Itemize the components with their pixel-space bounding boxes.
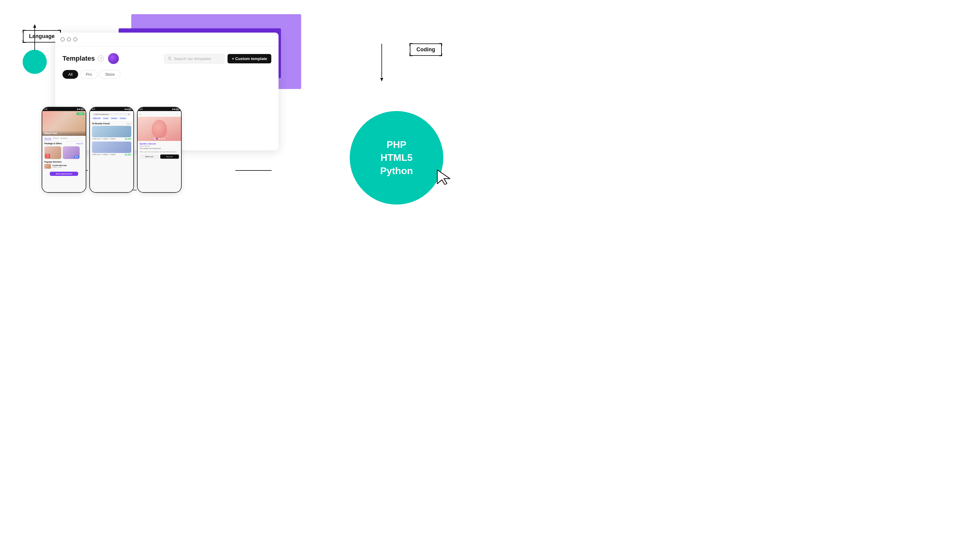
svg-marker-2	[33, 24, 36, 28]
phone-spa-package-title: Package & Offers	[44, 142, 62, 145]
phone-prod-image	[138, 117, 181, 141]
phone-spa-screen: OPEN Nature Spa Services Photos Reviews …	[42, 111, 86, 193]
help-icon[interactable]: ?	[98, 55, 104, 61]
phone-spa-service-meta: 60 Min · $155	[52, 166, 67, 168]
phone-re-results-count: 32 Results Found Sort ⇅	[90, 121, 134, 126]
phone-re-listing-1[interactable]: 1,200 sq ft · 4 Beds · 2 Bath $4,999	[90, 126, 134, 140]
phone-re-filter-bar[interactable]: 2 BHK Residential ✕	[92, 113, 131, 116]
custom-template-button[interactable]: + Custom template	[228, 54, 271, 63]
phone-re-status: 9:41	[90, 107, 134, 111]
phone-prod-status: 9:41	[138, 107, 181, 111]
phone-prod-desc1: Only health and nothing else.	[140, 148, 179, 150]
phone-prod-dot-1	[154, 138, 156, 139]
browser-dot-3	[73, 38, 77, 41]
phone-spa-tabs: Services Photos Reviews	[42, 136, 86, 141]
filter-tab-pro[interactable]: Pro	[80, 70, 97, 79]
phone-re-battery	[128, 109, 131, 110]
phone-prod-dot-3	[159, 138, 160, 139]
templates-title: Templates	[63, 55, 95, 63]
code-text-python: Python	[380, 164, 413, 178]
filter-tab-store[interactable]: Store	[99, 70, 120, 79]
browser-dot-2	[67, 38, 71, 41]
templates-header: Templates ? Search our templates + Custo…	[63, 53, 271, 64]
phone-re-chip-1[interactable]: Luxury	[102, 117, 109, 120]
phone-prod-signal	[172, 109, 173, 110]
code-text-php: PHP	[387, 138, 406, 151]
phone-re-filter-area: 2 BHK Residential ✕ Within 2mi Luxury Sc…	[90, 111, 134, 121]
phone-prod-topbar: ‹ ♡	[138, 111, 181, 117]
language-label-text: Language	[29, 33, 55, 39]
phone-spa-battery	[80, 109, 83, 110]
phone-prod-favorite[interactable]: ♡	[176, 113, 179, 116]
phone-re-icons	[125, 109, 131, 110]
svg-line-10	[171, 60, 172, 60]
phone-spa-discount-1: 25%off	[45, 154, 50, 158]
phone-prod-dot-2	[156, 138, 158, 139]
phone-prod-add-cart-button[interactable]: Add to cart	[140, 154, 159, 159]
phone-spa-open-badge: OPEN	[77, 113, 84, 115]
phone-prod-carousel-dots	[154, 138, 165, 139]
phone-spa-tab-services[interactable]: Services	[44, 137, 51, 140]
phone-prod-icons	[172, 109, 179, 110]
phone-prod-wifi	[174, 109, 175, 110]
phone-spa-title-overlay: Nature Spa	[42, 131, 86, 136]
phone-re-filter-value: 2 BHK Residential	[94, 113, 108, 115]
phone-prod-back[interactable]: ‹	[140, 113, 141, 116]
phone-re-chip-3[interactable]: Security	[119, 117, 127, 120]
search-placeholder-text: Search our templates	[174, 57, 211, 61]
phone-spa-view-all[interactable]: View all ›	[76, 143, 83, 145]
filter-tab-all[interactable]: All	[63, 70, 78, 79]
phone-spa-signal	[77, 109, 78, 110]
phone-re-chip-2[interactable]: Schools	[110, 117, 118, 120]
phone-spa-cards: 25%off 30%	[42, 146, 86, 160]
search-box[interactable]: Search our templates	[164, 54, 225, 63]
phone-product: 9:41 ‹ ♡	[137, 107, 182, 193]
phone-spa-hero-image: OPEN Nature Spa	[42, 111, 86, 136]
help-icon-text: ?	[100, 57, 102, 60]
phone-prod-sub: New Launch	[140, 145, 179, 147]
phone-spa-book-button[interactable]: Book Appointment	[50, 172, 78, 176]
phone-prod-info: Earth's Secret New Launch Only health an…	[138, 141, 181, 160]
cursor-arrow-icon	[436, 169, 451, 185]
phone-spa-service-info: Candle Massage 60 Min · $155	[52, 164, 67, 168]
phone-prod-actions: Add to cart Buy now	[140, 154, 179, 159]
phone-re-wifi	[126, 109, 127, 110]
phone-spa-tab-reviews[interactable]: Reviews	[61, 137, 68, 140]
browser-toolbar	[55, 33, 278, 46]
phone-re-signal	[125, 109, 126, 110]
coding-label-text: Coding	[417, 46, 435, 52]
bracket-tl-coding	[409, 43, 412, 46]
bracket-tl	[23, 30, 26, 33]
phone-re-chip-0[interactable]: Within 2mi	[92, 117, 101, 120]
phone-spa-card-2[interactable]: 30%	[63, 146, 80, 159]
teal-circle-code: PHP HTML5 Python	[350, 111, 443, 204]
phone-prod-brand: Earth's Secret	[140, 142, 179, 145]
phone-spa-status: 9:41	[42, 107, 86, 111]
phone-prod-desc2: Oila is your one stop shop for all Soap …	[140, 151, 179, 153]
phone-re-listing-img-2	[92, 142, 131, 153]
bracket-bl	[23, 40, 26, 43]
purple-dot-decoration	[108, 53, 119, 64]
phone-spa-tab-photos[interactable]: Photos	[53, 137, 59, 140]
phone-prod-battery	[176, 109, 179, 110]
phone-re-listing-price-2: 1,000 sq ft · 3 Beds · 1 Bath $2,962	[92, 154, 131, 156]
phone-spa-package-header: Package & Offers View all ›	[42, 141, 86, 146]
phone-spa-popular-title: Popular Services	[44, 161, 83, 163]
svg-marker-5	[380, 78, 383, 82]
phone-spa-wifi	[79, 109, 80, 110]
phone-re-listing-price-1: 1,200 sq ft · 4 Beds · 2 Bath $4,999	[92, 138, 131, 140]
phone-prod-buy-button[interactable]: Buy now	[160, 154, 179, 159]
phone-prod-screen: ‹ ♡ Earth's Secret New Launch Only healt…	[138, 111, 181, 193]
phone-spa-time: 9:41	[44, 108, 47, 110]
phone-re-filter-x: ✕	[128, 113, 129, 115]
search-icon	[168, 57, 172, 60]
phone-re-chips: Within 2mi Luxury Schools Security	[92, 117, 131, 120]
phone-spa: 9:41 OPEN Nature Spa Services Photos Rev…	[42, 107, 86, 193]
phone-spa-card-1[interactable]: 25%off	[44, 146, 61, 159]
teal-circle-language	[23, 50, 47, 74]
phone-re-sort[interactable]: Sort ⇅	[127, 123, 131, 124]
phone-re-listing-2[interactable]: 1,000 sq ft · 3 Beds · 1 Bath $2,962	[90, 142, 134, 156]
phone-spa-name: Nature Spa	[44, 132, 83, 135]
phone-realestate: 9:41 2 BHK Residential ✕ Within 2mi Luxu…	[89, 107, 134, 193]
bracket-tr-coding	[439, 43, 442, 46]
